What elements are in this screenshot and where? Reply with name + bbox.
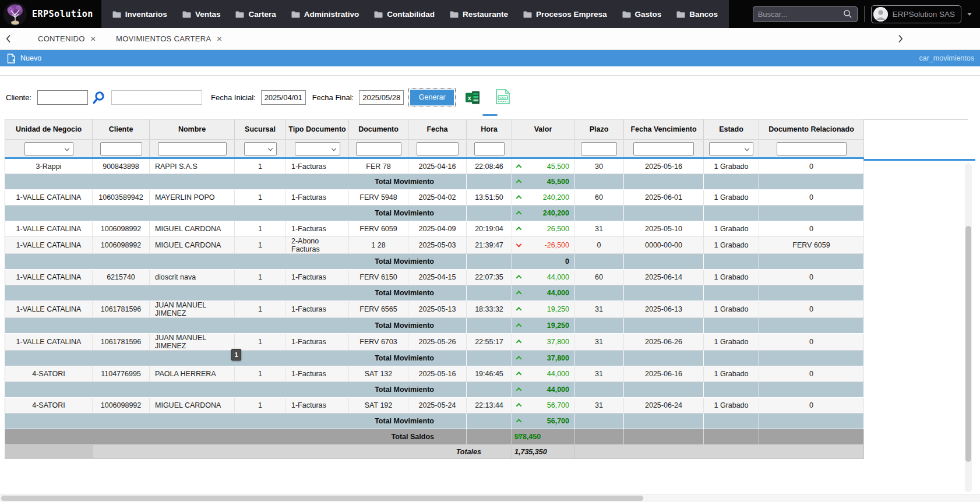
filter-input-fecha-vencimiento[interactable] (633, 142, 694, 155)
cell-documento: FERV 6059 (349, 221, 408, 237)
up-arrow-icon (516, 307, 522, 313)
up-arrow-icon (516, 211, 522, 217)
column-header-tipo-documento[interactable]: Tipo Documento (286, 119, 349, 140)
menu-item-procesos-empresa[interactable]: Procesos Empresa (516, 0, 615, 28)
table-row[interactable]: 1-VALLE CATALINA10603589942MAYERLIN POPO… (5, 190, 864, 206)
generar-button[interactable]: Generar (410, 90, 454, 105)
filter-input-documento[interactable] (356, 142, 401, 155)
column-header-fecha-vencimiento[interactable]: Fecha Vencimiento (624, 119, 704, 140)
cell-valor: 44,000 (512, 366, 574, 382)
fecha-inicial-input[interactable]: 2025/04/01 (261, 90, 306, 105)
total-value: 240,200 (512, 206, 574, 221)
column-header-plazo[interactable]: Plazo (574, 119, 624, 140)
filter-select-sucursal[interactable] (244, 142, 277, 155)
svg-text:CSV: CSV (499, 96, 506, 99)
column-header-hora[interactable]: Hora (467, 119, 512, 140)
menu-item-administrativo[interactable]: Administrativo (284, 0, 367, 28)
user-account-button[interactable]: ERPSolution SAS (871, 5, 961, 23)
tab-scroll-left-button[interactable] (0, 34, 17, 43)
tab-movimientos-cartera[interactable]: MOVIMIENTOS CARTERA ✕ (116, 34, 223, 43)
cliente-name-input[interactable] (111, 90, 202, 105)
total-value: 0 (512, 254, 574, 270)
cell-unidad: 4-SATORI (5, 366, 93, 382)
table-row[interactable]: 4-SATORI1006098992MIGUEL CARDONA11-Factu… (5, 398, 864, 413)
folder-icon (235, 10, 244, 18)
cell-unidad: 1-VALLE CATALINA (5, 334, 93, 351)
cell-valor: 44,000 (512, 270, 574, 285)
tab-contenido[interactable]: CONTENIDO ✕ (38, 34, 96, 43)
cell-fecha: 2025-05-24 (408, 398, 467, 413)
column-header-documento[interactable]: Documento (349, 119, 408, 140)
cell-fecha: 2025-05-16 (408, 366, 467, 382)
cell-hora: 19:46:45 (467, 366, 512, 382)
cell-estado: 1 Grabado (704, 366, 759, 382)
table-row[interactable]: 1-VALLE CATALINA1061781596JUAN MANUEL JI… (5, 301, 864, 318)
filter-input-nombre[interactable] (158, 142, 227, 155)
vertical-scrollbar-thumb[interactable] (965, 226, 971, 462)
cliente-code-input[interactable] (37, 90, 88, 105)
total-movimiento-row: Total Movimiento0 (5, 254, 864, 270)
tab-close-icon[interactable]: ✕ (216, 35, 222, 43)
cell-unidad: 1-VALLE CATALINA (5, 301, 93, 318)
search-icon[interactable] (843, 9, 852, 19)
filter-select-estado[interactable] (709, 142, 753, 155)
fecha-final-input[interactable]: 2025/05/28 (359, 90, 404, 105)
table-row[interactable]: 1-VALLE CATALINA1061781596JUAN MANUEL JI… (5, 334, 864, 351)
filter-select-tipo-documento[interactable] (295, 142, 340, 155)
nuevo-button[interactable]: Nuevo (20, 54, 41, 62)
table-row[interactable]: 4-SATORI1104776995PAOLA HERRERA11-Factur… (5, 366, 864, 382)
menu-item-cartera[interactable]: Cartera (228, 0, 283, 28)
tab-scroll-right-button[interactable] (892, 34, 909, 43)
table-row[interactable]: 1-VALLE CATALINA1006098992MIGUEL CARDONA… (5, 237, 864, 254)
menu-item-ventas[interactable]: Ventas (175, 0, 228, 28)
cell-relacionado: 0 (759, 190, 864, 206)
folder-icon (523, 10, 532, 18)
global-search-input[interactable]: Buscar... (753, 6, 858, 22)
cell-tipo: 1-Facturas (286, 190, 349, 206)
cell-nombre: MIGUEL CARDONA (150, 398, 235, 413)
horizontal-scrollbar-thumb[interactable] (1, 496, 643, 501)
cell-cliente: 1061781596 (93, 334, 150, 351)
column-header-documento-relacionado[interactable]: Documento Relacionado (759, 119, 864, 140)
tab-label: CONTENIDO (38, 34, 85, 43)
column-header-unidad-de-negocio[interactable]: Unidad de Negocio (5, 119, 93, 140)
column-header-fecha[interactable]: Fecha (408, 119, 467, 140)
total-movimiento-row: Total Movimiento240,200 (5, 206, 864, 221)
column-header-nombre[interactable]: Nombre (150, 119, 235, 140)
total-movimiento-row: Total Movimiento56,700 (5, 413, 864, 429)
filter-select-unidad-de-negocio[interactable] (24, 142, 73, 155)
menu-item-contabilidad[interactable]: Contabilidad (366, 0, 442, 28)
filter-input-fecha[interactable] (417, 142, 459, 155)
column-header-estado[interactable]: Estado (704, 119, 759, 140)
filter-input-documento-relacionado[interactable] (777, 142, 847, 155)
table-row[interactable]: 1-VALLE CATALINA1006098992MIGUEL CARDONA… (5, 221, 864, 237)
menu-item-gastos[interactable]: Gastos (615, 0, 669, 28)
cell-vencimiento: 2025-06-14 (624, 270, 704, 285)
filter-input-cliente[interactable] (100, 142, 142, 155)
column-header-sucursal[interactable]: Sucursal (235, 119, 286, 140)
cell-plazo: 31 (574, 334, 624, 351)
tab-close-icon[interactable]: ✕ (90, 35, 96, 43)
csv-export-icon[interactable]: CSV (493, 89, 512, 107)
cell-unidad: 1-VALLE CATALINA (5, 237, 93, 254)
cell-vencimiento: 2025-05-16 (624, 158, 704, 174)
cell-relacionado: 0 (759, 158, 864, 174)
column-header-cliente[interactable]: Cliente (93, 119, 150, 140)
top-navigation-bar: ERPSolution InventariosVentasCarteraAdmi… (0, 0, 980, 28)
cliente-search-icon[interactable] (91, 90, 106, 105)
menu-item-restaurante[interactable]: Restaurante (442, 0, 516, 28)
column-header-valor[interactable]: Valor (512, 119, 574, 140)
table-row[interactable]: 3-Rappi900843898RAPPI S.A.S11-FacturasFE… (5, 158, 864, 174)
total-movimiento-row: Total Movimiento45,500 (5, 174, 864, 190)
cell-sucursal: 1 (235, 270, 286, 285)
excel-export-icon[interactable]: x (465, 90, 480, 105)
user-menu-caret-icon[interactable] (967, 13, 972, 16)
cell-estado: 1 Grabado (704, 398, 759, 413)
total-movimiento-row: Total Movimiento37,800 (5, 351, 864, 366)
menu-item-bancos[interactable]: Bancos (669, 0, 725, 28)
table-row[interactable]: 1-VALLE CATALINA6215740dioscrit nava11-F… (5, 270, 864, 285)
filter-input-hora[interactable] (474, 142, 505, 155)
filter-input-plazo[interactable] (581, 142, 617, 155)
menu-item-inventarios[interactable]: Inventarios (105, 0, 175, 28)
cell-estado: 1 Grabado (704, 334, 759, 351)
